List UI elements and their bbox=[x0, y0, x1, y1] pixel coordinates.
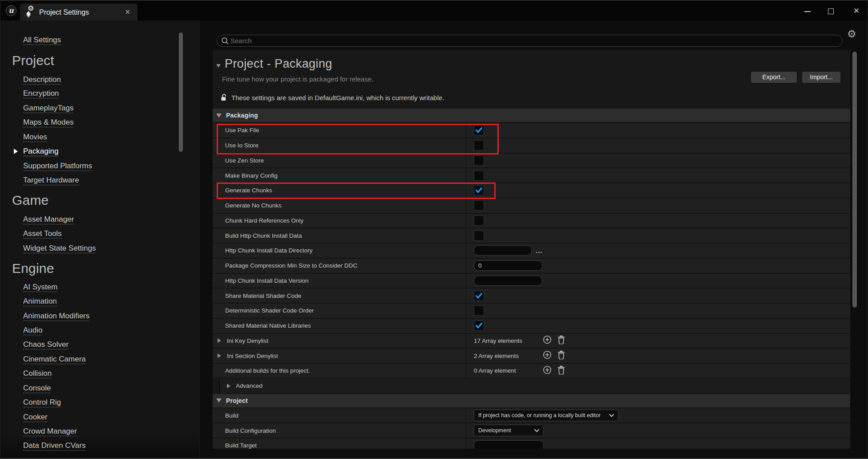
settings-row-advanced[interactable]: Advanced bbox=[219, 379, 850, 394]
row-label: Http Chunk Install Data Version bbox=[225, 277, 309, 284]
sidebar-item-collision[interactable]: Collision bbox=[23, 369, 52, 378]
search-bar[interactable] bbox=[217, 35, 843, 47]
text-input-http-chunk-install-data-directory[interactable] bbox=[474, 245, 532, 256]
sidebar-item-animation-modifiers[interactable]: Animation Modifiers bbox=[23, 312, 89, 321]
row-expander-icon[interactable] bbox=[218, 353, 221, 358]
row-expander-icon[interactable] bbox=[218, 338, 221, 343]
settings-row-shared-material-native-libraries: Shared Material Native Libraries bbox=[213, 319, 850, 334]
checkbox-use-zen-store-unchecked[interactable] bbox=[474, 155, 484, 166]
row-label-cell: Http Chunk Install Data Version bbox=[213, 274, 466, 288]
sidebar-item-cinematic-camera[interactable]: Cinematic Camera bbox=[23, 355, 86, 364]
section-expand-arrow-icon bbox=[216, 398, 222, 402]
text-input-build-target[interactable] bbox=[474, 440, 544, 449]
sidebar-section-header-engine: Engine bbox=[12, 261, 54, 276]
text-input-package-compression-min-size-to-consider-ddc[interactable]: 0 bbox=[474, 260, 542, 271]
row-label-cell: Deterministic Shader Code Order bbox=[213, 304, 466, 318]
sidebar-item-chaos-solver[interactable]: Chaos Solver bbox=[23, 340, 69, 349]
row-value-cell: ... bbox=[466, 244, 850, 258]
unreal-engine-logo-icon[interactable]: u bbox=[6, 5, 16, 16]
clear-array-button[interactable] bbox=[557, 366, 565, 376]
search-input[interactable] bbox=[230, 36, 827, 46]
section-header-project[interactable]: Project bbox=[213, 394, 850, 407]
clear-array-button[interactable] bbox=[557, 350, 565, 361]
tab-close-icon[interactable]: ✕ bbox=[125, 8, 130, 16]
selected-item-arrow-icon bbox=[14, 149, 18, 154]
tab-title: Project Settings bbox=[39, 8, 89, 16]
dropdown-build-configuration[interactable]: Development bbox=[474, 425, 544, 436]
settings-row-use-zen-store: Use Zen Store bbox=[213, 154, 850, 169]
annotation-highlight-box-1 bbox=[217, 124, 499, 154]
row-value-cell bbox=[466, 274, 850, 288]
row-label-cell: Make Binary Config bbox=[213, 168, 466, 183]
section-title: Project bbox=[226, 397, 248, 404]
section-title: Packaging bbox=[226, 112, 258, 119]
advanced-expander-icon[interactable] bbox=[227, 384, 230, 388]
import-button[interactable]: Import... bbox=[802, 72, 840, 83]
sidebar-item-description[interactable]: Description bbox=[23, 75, 61, 84]
sidebar-item-all-settings[interactable]: All Settings bbox=[23, 36, 61, 45]
checkbox-make-binary-config-unchecked[interactable] bbox=[474, 171, 484, 181]
row-label: Build Http Chunk Install Data bbox=[225, 232, 302, 239]
sidebar-item-widget-state-settings[interactable]: Widget State Settings bbox=[23, 244, 96, 253]
sidebar-scrollbar[interactable] bbox=[179, 32, 183, 152]
checkbox-deterministic-shader-code-order-unchecked[interactable] bbox=[474, 305, 484, 316]
array-count-label: 0 Array element bbox=[474, 367, 516, 374]
sidebar-item-maps-modes[interactable]: Maps & Modes bbox=[23, 118, 73, 127]
dropdown-build[interactable]: If project has code, or running a locall… bbox=[474, 410, 618, 421]
sidebar-item-movies[interactable]: Movies bbox=[23, 133, 47, 142]
tab-project-settings[interactable]: ⚙ Project Settings ✕ bbox=[20, 4, 137, 20]
sidebar-section-header-game: Game bbox=[12, 193, 49, 208]
page-title: Project - Packaging bbox=[225, 57, 332, 71]
checkbox-build-http-chunk-install-data-unchecked[interactable] bbox=[474, 231, 484, 241]
sidebar-item-supported-platforms[interactable]: Supported Platforms bbox=[23, 162, 92, 171]
sidebar-item-audio[interactable]: Audio bbox=[23, 326, 42, 335]
sidebar-item-console[interactable]: Console bbox=[23, 384, 51, 393]
add-element-button[interactable] bbox=[543, 366, 552, 376]
project-settings-window: u ⚙ Project Settings ✕ ✕ All SettingsPro… bbox=[0, 0, 868, 459]
minimize-button[interactable] bbox=[804, 11, 811, 12]
row-label: Deterministic Shader Code Order bbox=[225, 307, 314, 314]
settings-sidebar: All SettingsProjectDescriptionEncryption… bbox=[1, 20, 199, 459]
settings-row-build-configuration: Build ConfigurationDevelopment bbox=[213, 423, 850, 439]
checkbox-shared-material-native-libraries-checked[interactable] bbox=[474, 321, 484, 331]
row-value-cell: If project has code, or running a locall… bbox=[466, 409, 850, 423]
section-collapse-arrow-icon[interactable] bbox=[216, 64, 221, 68]
sidebar-item-packaging[interactable]: Packaging bbox=[23, 147, 58, 156]
browse-ellipsis-button[interactable]: ... bbox=[536, 248, 543, 253]
settings-gear-icon[interactable]: ⚙ bbox=[847, 28, 856, 40]
row-label-cell: Ini Section Denylist bbox=[213, 349, 466, 363]
row-label-cell: Additional builds for this project. bbox=[213, 364, 466, 378]
sidebar-item-cooker[interactable]: Cooker bbox=[23, 413, 48, 422]
sidebar-item-asset-tools[interactable]: Asset Tools bbox=[23, 229, 62, 238]
sidebar-item-target-hardware[interactable]: Target Hardware bbox=[23, 176, 79, 185]
row-value-cell bbox=[466, 288, 850, 303]
checkbox-generate-no-chunks-unchecked[interactable] bbox=[474, 200, 484, 211]
row-label: Build bbox=[225, 412, 238, 419]
section-header-packaging[interactable]: Packaging bbox=[213, 109, 850, 122]
add-element-button[interactable] bbox=[543, 335, 552, 346]
clear-array-button[interactable] bbox=[557, 335, 565, 346]
sidebar-item-asset-manager[interactable]: Asset Manager bbox=[23, 215, 74, 224]
settings-row-additional-builds-for-this-project: Additional builds for this project.0 Arr… bbox=[213, 364, 850, 379]
row-value-cell bbox=[466, 154, 850, 168]
row-value-cell bbox=[466, 168, 850, 183]
page-subtitle: Fine tune how your project is packaged f… bbox=[222, 75, 373, 83]
add-element-button[interactable] bbox=[543, 350, 552, 361]
text-input-http-chunk-install-data-version[interactable] bbox=[474, 276, 542, 286]
sidebar-item-encryption[interactable]: Encryption bbox=[23, 89, 59, 98]
sidebar-item-gameplaytags[interactable]: GameplayTags bbox=[23, 104, 73, 113]
sidebar-item-data-driven-cvars[interactable]: Data Driven CVars bbox=[23, 441, 85, 450]
sidebar-item-animation[interactable]: Animation bbox=[23, 297, 57, 306]
maximize-button[interactable] bbox=[828, 8, 834, 14]
main-scrollbar[interactable] bbox=[852, 52, 857, 308]
settings-row-build: BuildIf project has code, or running a l… bbox=[213, 409, 850, 424]
row-label: Package Compression Min Size to Consider… bbox=[225, 262, 357, 269]
export-button[interactable]: Export... bbox=[751, 72, 797, 83]
checkbox-chunk-hard-references-only-unchecked[interactable] bbox=[474, 215, 484, 226]
checkbox-share-material-shader-code-checked[interactable] bbox=[474, 291, 484, 301]
sidebar-item-ai-system[interactable]: AI System bbox=[23, 283, 57, 292]
close-button[interactable]: ✕ bbox=[853, 6, 860, 16]
sidebar-item-control-rig[interactable]: Control Rig bbox=[23, 398, 61, 407]
sidebar-item-crowd-manager[interactable]: Crowd Manager bbox=[23, 427, 77, 436]
row-label: Chunk Hard References Only bbox=[225, 217, 303, 224]
